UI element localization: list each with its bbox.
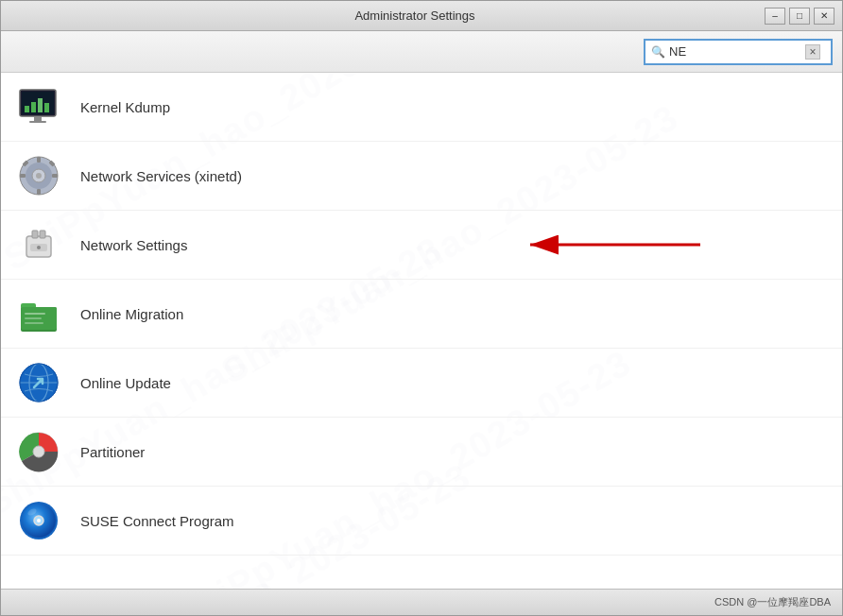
- arrow-annotation: [521, 226, 710, 264]
- svg-rect-6: [34, 116, 42, 121]
- suse-connect-label: SUSE Connect Program: [80, 513, 234, 529]
- svg-rect-3: [31, 102, 36, 112]
- list-item[interactable]: Network Services (xinetd): [1, 142, 842, 211]
- minimize-button[interactable]: –: [765, 8, 785, 25]
- list-item[interactable]: Online Update: [1, 349, 842, 418]
- kdump-icon: [16, 84, 61, 129]
- svg-rect-2: [25, 106, 29, 112]
- online-update-icon: [16, 360, 61, 405]
- search-clear-button[interactable]: ×: [805, 44, 820, 60]
- title-bar: Administrator Settings – □ ✕: [1, 1, 842, 31]
- online-migration-icon: [16, 291, 61, 336]
- status-bar: CSDN @一位摩羯座DBA: [1, 589, 842, 615]
- svg-point-40: [37, 519, 41, 522]
- partitioner-label: Partitioner: [80, 444, 145, 460]
- svg-rect-12: [20, 174, 26, 178]
- settings-list: Kernel Kdump: [1, 73, 842, 556]
- svg-rect-29: [25, 317, 42, 319]
- online-update-label: Online Update: [80, 375, 171, 391]
- partitioner-icon: [16, 429, 61, 474]
- svg-rect-10: [37, 157, 41, 163]
- main-window: Administrator Settings – □ ✕ 🔍 × ShiPpYu…: [0, 0, 843, 616]
- network-settings-label: Network Settings: [80, 237, 187, 253]
- search-icon: 🔍: [651, 45, 665, 59]
- search-box[interactable]: 🔍 ×: [644, 39, 833, 65]
- svg-rect-20: [40, 231, 45, 238]
- suse-connect-icon: [16, 498, 61, 543]
- maximize-button[interactable]: □: [789, 8, 810, 25]
- svg-rect-19: [32, 231, 38, 238]
- svg-rect-13: [52, 174, 58, 178]
- svg-point-36: [33, 446, 44, 457]
- svg-rect-7: [29, 121, 46, 123]
- svg-point-17: [36, 173, 42, 179]
- svg-rect-5: [44, 103, 49, 112]
- network-services-icon: [16, 153, 61, 198]
- toolbar: 🔍 ×: [1, 31, 842, 73]
- window-title: Administrator Settings: [65, 9, 765, 23]
- credit-text: CSDN @一位摩羯座DBA: [714, 595, 831, 609]
- kdump-label: Kernel Kdump: [80, 99, 170, 115]
- svg-rect-11: [37, 189, 41, 195]
- close-button[interactable]: ✕: [814, 8, 834, 25]
- network-services-label: Network Services (xinetd): [80, 168, 242, 184]
- network-settings-icon: [16, 222, 61, 267]
- list-item[interactable]: Kernel Kdump: [1, 73, 842, 142]
- search-input[interactable]: [669, 44, 801, 59]
- list-item[interactable]: Online Migration: [1, 280, 842, 349]
- list-item[interactable]: Partitioner: [1, 418, 842, 487]
- svg-rect-4: [38, 98, 43, 112]
- online-migration-label: Online Migration: [80, 306, 183, 322]
- list-item[interactable]: Network Settings: [1, 211, 842, 280]
- content-area: ShiPpYuan_hao_2023-05-23 ShiPpYuan_hao_2…: [1, 73, 842, 589]
- svg-rect-30: [25, 322, 43, 324]
- svg-point-22: [37, 246, 41, 249]
- window-controls: – □ ✕: [765, 8, 834, 25]
- list-item[interactable]: SUSE Connect Program: [1, 487, 842, 556]
- svg-rect-28: [25, 313, 45, 315]
